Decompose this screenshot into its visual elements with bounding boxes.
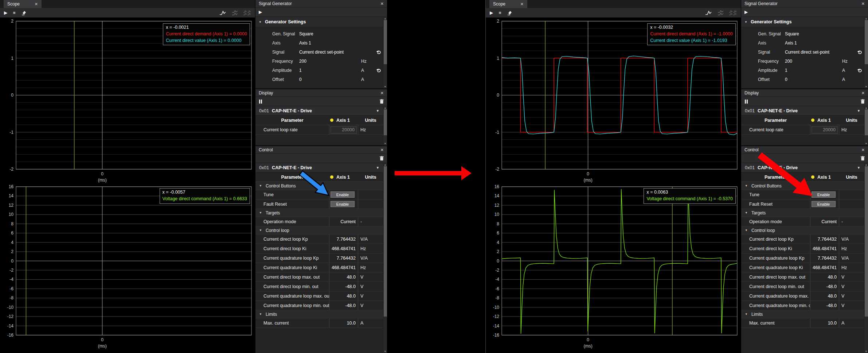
scrollbar[interactable]: ▲▼ [864, 17, 868, 88]
param-value[interactable]: 48.0 [347, 275, 356, 280]
tab-scope[interactable]: Scope ✕ [489, 0, 527, 8]
setting-value[interactable]: Axis 1 [785, 40, 842, 46]
param-value[interactable]: -48.0 [826, 303, 837, 308]
fault-reset-enable-button[interactable]: Enable [812, 201, 836, 207]
dual-plot-icon[interactable] [231, 10, 238, 16]
quad-plot-icon[interactable] [243, 10, 251, 16]
setting-value[interactable]: Axis 1 [299, 40, 361, 46]
scroll-down-icon[interactable]: ▼ [865, 350, 868, 353]
tune-enable-button[interactable]: Enable [331, 191, 355, 198]
scrollbar[interactable]: ▲▼ [864, 106, 868, 145]
single-plot-icon[interactable] [705, 10, 712, 16]
scrollbar[interactable]: ▲▼ [383, 163, 387, 353]
voltage-plot[interactable]: -16-14-12-10-8-6-4-202468101214160(ms) [0, 185, 255, 353]
setting-value[interactable]: 200 [299, 59, 361, 64]
tab-close-icon[interactable]: ✕ [520, 2, 524, 7]
tab-close-icon[interactable]: ✕ [35, 2, 38, 7]
scroll-down-icon[interactable]: ▼ [384, 350, 387, 353]
single-plot-icon[interactable] [219, 10, 226, 16]
setting-value[interactable]: Square [299, 31, 361, 36]
param-value[interactable]: 10.0 [347, 321, 356, 326]
play-icon[interactable]: ▶ [4, 10, 7, 15]
scrollbar[interactable]: ▲▼ [383, 106, 387, 145]
axis-color-dot[interactable] [330, 175, 333, 179]
undo-icon[interactable] [376, 50, 381, 54]
fault-reset-enable-button[interactable]: Enable [331, 201, 355, 207]
device-selector[interactable]: 0x01CAP-NET-E - Drive▼ [741, 106, 864, 116]
close-icon[interactable]: ✕ [861, 148, 865, 152]
section-control-loop[interactable]: ▼Control loop [741, 226, 864, 234]
param-value[interactable]: 468.484741 [332, 265, 356, 270]
generator-start-icon[interactable]: ▶ [259, 9, 262, 15]
section-limits[interactable]: ▼Limits [255, 310, 383, 318]
setting-value[interactable]: Current direct set-point [785, 50, 842, 55]
trash-icon[interactable] [861, 99, 865, 104]
setting-value[interactable]: 1 [785, 68, 842, 73]
param-value[interactable]: Current [340, 219, 356, 224]
scroll-down-icon[interactable]: ▼ [384, 85, 387, 88]
scroll-up-icon[interactable]: ▲ [865, 106, 868, 109]
device-selector[interactable]: 0x01CAP-NET-E - Drive▼ [255, 163, 383, 172]
axis-color-dot[interactable] [330, 119, 333, 122]
axis-color-dot[interactable] [811, 175, 814, 179]
setting-value[interactable]: 0 [785, 77, 842, 82]
scroll-up-icon[interactable]: ▲ [384, 163, 387, 166]
setting-value[interactable]: Current direct set-point [299, 50, 361, 55]
scroll-up-icon[interactable]: ▲ [384, 17, 387, 20]
section-limits[interactable]: ▼Limits [741, 310, 864, 318]
scrollbar[interactable]: ▲▼ [383, 17, 387, 88]
param-value[interactable]: 7.764432 [337, 256, 356, 261]
axis-color-dot[interactable] [811, 119, 814, 122]
tab-scope[interactable]: Scope ✕ [4, 0, 42, 8]
trash-icon[interactable] [380, 156, 384, 160]
device-selector[interactable]: 0x01CAP-NET-E - Drive▼ [255, 106, 383, 116]
setting-value[interactable]: 200 [785, 59, 842, 64]
quad-plot-icon[interactable] [729, 10, 737, 16]
param-value[interactable]: 7.764432 [337, 237, 356, 242]
trash-icon[interactable] [380, 99, 384, 104]
trash-icon[interactable] [861, 156, 865, 160]
scroll-down-icon[interactable]: ▼ [865, 85, 868, 88]
param-value[interactable]: -48.0 [345, 284, 356, 289]
close-icon[interactable]: ✕ [380, 1, 384, 6]
setting-value[interactable]: 1 [299, 68, 361, 73]
section-control-buttons[interactable]: ▼Control Buttons [255, 182, 383, 190]
dual-plot-icon[interactable] [717, 10, 724, 16]
param-value[interactable]: -48.0 [826, 284, 837, 289]
section-control-buttons[interactable]: ▼Control Buttons [741, 182, 864, 190]
close-icon[interactable]: ✕ [861, 91, 865, 96]
play-icon[interactable]: ▶ [490, 10, 493, 15]
stop-icon[interactable]: ■ [13, 10, 15, 15]
scroll-up-icon[interactable]: ▲ [865, 163, 868, 166]
generator-settings-section[interactable]: ▼Generator Settings [255, 17, 383, 27]
scroll-up-icon[interactable]: ▲ [384, 106, 387, 109]
scroll-down-icon[interactable]: ▼ [384, 142, 387, 145]
generator-start-icon[interactable]: ▶ [744, 9, 748, 15]
device-selector[interactable]: 0x01CAP-NET-E - Drive▼ [741, 163, 864, 172]
stop-icon[interactable]: ■ [498, 10, 501, 15]
voltage-plot[interactable]: -16-14-12-10-8-6-4-202468101214160(ms) [486, 185, 741, 353]
scroll-up-icon[interactable]: ▲ [865, 17, 868, 20]
section-targets[interactable]: ▼Targets [255, 209, 383, 217]
tune-enable-button[interactable]: Enable [812, 191, 836, 198]
param-value[interactable]: 48.0 [828, 275, 837, 280]
clear-plot-icon[interactable] [21, 10, 26, 15]
section-control-loop[interactable]: ▼Control loop [255, 226, 383, 234]
param-value[interactable]: -48.0 [345, 303, 356, 308]
undo-icon[interactable] [857, 68, 862, 72]
param-value[interactable]: 48.0 [347, 294, 356, 299]
undo-icon[interactable] [376, 68, 381, 72]
param-value[interactable]: 468.484741 [813, 246, 837, 251]
close-icon[interactable]: ✕ [380, 148, 384, 152]
param-value[interactable]: 7.764432 [818, 237, 837, 242]
param-value[interactable]: 468.484741 [332, 246, 356, 251]
close-icon[interactable]: ✕ [380, 91, 384, 96]
scroll-down-icon[interactable]: ▼ [865, 142, 868, 145]
pause-icon[interactable] [259, 100, 262, 104]
close-icon[interactable]: ✕ [861, 1, 865, 6]
param-value[interactable]: 48.0 [828, 294, 837, 299]
section-targets[interactable]: ▼Targets [741, 209, 864, 217]
setting-value[interactable]: 0 [299, 77, 361, 82]
setting-value[interactable]: Square [785, 31, 842, 36]
generator-settings-section[interactable]: ▼Generator Settings [741, 17, 864, 27]
